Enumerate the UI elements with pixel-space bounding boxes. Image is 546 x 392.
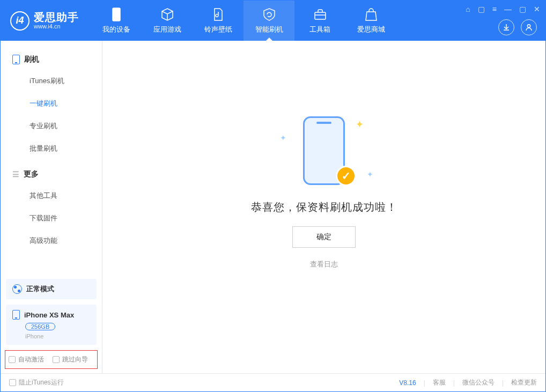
sparkle-icon: ✦: [280, 134, 286, 142]
tab-apps-games[interactable]: 应用游戏: [142, 1, 193, 41]
tab-label: 爱思商城: [357, 25, 385, 34]
minimize-button[interactable]: —: [504, 5, 512, 13]
svg-rect-1: [114, 9, 119, 18]
svg-point-4: [527, 25, 530, 27]
success-illustration: ✦ ✦ ✦ ✓: [276, 113, 372, 188]
header-right-actions: [498, 19, 537, 35]
nav-tabs: 我的设备 应用游戏 铃声壁纸 智能刷机 工具箱 爱思商城: [91, 1, 396, 41]
device-icon: [109, 8, 123, 21]
toolbox-icon: [313, 8, 327, 21]
sidebar-item-other-tools[interactable]: 其他工具: [1, 184, 102, 207]
device-mode-box[interactable]: 正常模式: [6, 279, 97, 299]
tab-store[interactable]: 爱思商城: [345, 1, 396, 41]
logo-icon: i4: [10, 11, 29, 31]
capacity-badge: 256GB: [25, 323, 55, 330]
sidebar-item-batch-flash[interactable]: 批量刷机: [1, 137, 102, 160]
main-content: ✦ ✦ ✦ ✓ 恭喜您，保资料刷机成功啦！ 确定 查看日志: [102, 41, 545, 373]
bag-icon: [364, 8, 378, 21]
group-title: 更多: [24, 169, 39, 179]
sidebar-item-pro-flash[interactable]: 专业刷机: [1, 115, 102, 137]
window-controls: ⌂ ▢ ≡ — ▢ ✕: [466, 5, 540, 13]
grid-icon[interactable]: ▢: [478, 5, 485, 13]
footer: 阻止iTunes运行 V8.16 | 客服 | 微信公众号 | 检查更新: [1, 373, 545, 391]
sparkle-icon: ✦: [356, 119, 364, 130]
shield-refresh-icon: [262, 8, 276, 21]
svg-point-2: [116, 19, 117, 20]
device-name: iPhone XS Max: [24, 311, 74, 319]
tab-label: 我的设备: [102, 25, 130, 34]
list-icon: ☰: [12, 171, 19, 178]
app-title: 爱思助手: [34, 11, 79, 23]
tab-ringtone-wallpaper[interactable]: 铃声壁纸: [193, 1, 244, 41]
body: 刷机 iTunes刷机 一键刷机 专业刷机 批量刷机 ☰ 更多 其他工具 下载固…: [1, 41, 545, 373]
sidebar-item-advanced[interactable]: 高级功能: [1, 230, 102, 252]
device-info-box[interactable]: iPhone XS Max 256GB iPhone: [6, 305, 97, 345]
sidebar-group-more: ☰ 更多 其他工具 下载固件 高级功能: [1, 164, 102, 252]
cube-icon: [160, 8, 174, 21]
footer-link-check-update[interactable]: 检查更新: [511, 378, 537, 387]
tab-label: 智能刷机: [255, 25, 283, 34]
tab-label: 铃声壁纸: [204, 25, 232, 34]
phone-icon: [12, 55, 20, 64]
menu-icon[interactable]: ≡: [492, 5, 497, 13]
tab-label: 工具箱: [309, 25, 330, 34]
checkbox-skip-guide[interactable]: 跳过向导: [53, 355, 88, 364]
checkbox-auto-activate[interactable]: 自动激活: [9, 355, 44, 364]
tab-toolbox[interactable]: 工具箱: [294, 1, 345, 41]
sidebar-item-onekey-flash[interactable]: 一键刷机: [1, 92, 102, 115]
music-file-icon: [211, 8, 225, 21]
maximize-button[interactable]: ▢: [519, 5, 526, 13]
tab-my-device[interactable]: 我的设备: [91, 1, 142, 41]
header: i4 爱思助手 www.i4.cn 我的设备 应用游戏 铃声壁纸 智能刷机 工具…: [1, 1, 545, 41]
success-message: 恭喜您，保资料刷机成功啦！: [251, 200, 397, 215]
mode-icon: [12, 284, 22, 294]
tab-label: 应用游戏: [153, 25, 181, 34]
confirm-button[interactable]: 确定: [292, 226, 356, 248]
checkbox-block-itunes[interactable]: 阻止iTunes运行: [9, 378, 64, 387]
close-button[interactable]: ✕: [534, 5, 540, 13]
group-title: 刷机: [24, 55, 39, 64]
sidebar-item-download-firmware[interactable]: 下载固件: [1, 207, 102, 230]
mode-label: 正常模式: [26, 284, 54, 294]
user-button[interactable]: [521, 19, 537, 35]
sidebar: 刷机 iTunes刷机 一键刷机 专业刷机 批量刷机 ☰ 更多 其他工具 下载固…: [1, 41, 102, 373]
app-subtitle: www.i4.cn: [34, 23, 79, 29]
footer-link-support[interactable]: 客服: [433, 378, 446, 387]
sparkle-icon: ✦: [367, 170, 373, 179]
sidebar-group-flash: 刷机 iTunes刷机 一键刷机 专业刷机 批量刷机: [1, 49, 102, 160]
view-log-link[interactable]: 查看日志: [310, 260, 338, 269]
svg-rect-3: [315, 12, 326, 19]
sidebar-item-itunes-flash[interactable]: iTunes刷机: [1, 70, 102, 92]
footer-link-wechat[interactable]: 微信公众号: [462, 378, 495, 387]
version-label: V8.16: [399, 379, 416, 387]
checkmark-badge-icon: ✓: [336, 166, 356, 186]
flash-options-highlight: 自动激活 跳过向导: [5, 350, 98, 369]
shirt-icon[interactable]: ⌂: [466, 5, 470, 13]
device-type: iPhone: [25, 333, 90, 339]
phone-icon: [12, 310, 20, 320]
logo[interactable]: i4 爱思助手 www.i4.cn: [1, 1, 91, 41]
download-button[interactable]: [498, 19, 514, 35]
tab-smart-flash[interactable]: 智能刷机: [244, 1, 294, 41]
